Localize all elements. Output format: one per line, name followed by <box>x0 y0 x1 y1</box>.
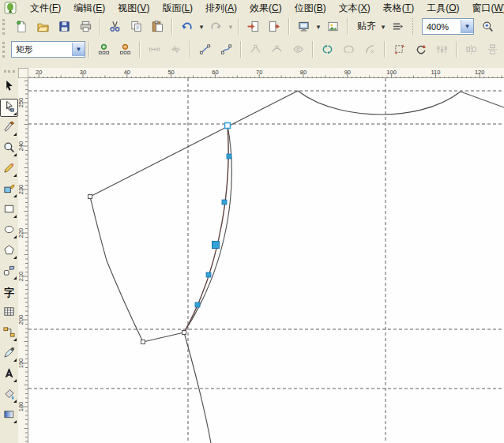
rotate-nodes-button[interactable] <box>410 39 431 60</box>
basic-shapes-tool[interactable] <box>0 263 18 281</box>
curve-node-3[interactable] <box>222 200 227 205</box>
save-button[interactable] <box>54 17 75 37</box>
zoom-combo-dropdown-icon[interactable] <box>461 20 473 33</box>
svg-text:60: 60 <box>212 69 218 76</box>
polygon-tool[interactable] <box>0 242 18 261</box>
reflect-horizontal-button[interactable] <box>461 39 482 60</box>
break-nodes-button[interactable] <box>165 39 186 60</box>
sleeve-cap-seam[interactable] <box>90 197 143 342</box>
zoom-level-combo[interactable]: 400% <box>422 18 474 35</box>
curve-node-2[interactable] <box>227 154 231 159</box>
curve-node-5[interactable] <box>206 272 211 277</box>
menu-layout[interactable]: 版面(L) <box>156 0 199 17</box>
toolbar-grip[interactable] <box>2 19 7 35</box>
preset-combo[interactable]: 矩形 <box>11 41 85 58</box>
snap-to-button[interactable]: 贴齐 <box>352 17 379 36</box>
undo-button[interactable] <box>176 17 197 37</box>
export-button[interactable] <box>264 17 285 37</box>
svg-text:200: 200 <box>18 315 24 325</box>
convert-to-line-button[interactable] <box>194 39 216 60</box>
print-button[interactable] <box>75 17 96 37</box>
import-button[interactable] <box>243 17 264 37</box>
redo-button[interactable] <box>205 17 227 37</box>
cut-button[interactable] <box>104 17 126 37</box>
snap-to-dropdown[interactable] <box>379 17 387 36</box>
zoom-in-button[interactable] <box>477 17 498 37</box>
delete-node-button[interactable] <box>115 39 136 60</box>
menu-tools[interactable]: 工具(O) <box>420 0 465 17</box>
zoom-tool[interactable] <box>0 140 18 158</box>
ellipse-tool[interactable] <box>0 222 18 240</box>
menu-edit[interactable]: 编辑(E) <box>67 0 111 17</box>
armhole-curve-original[interactable] <box>184 126 231 332</box>
connector-tool[interactable] <box>0 325 18 343</box>
menu-text[interactable]: 文本(X) <box>333 0 377 17</box>
convert-to-curve-button[interactable] <box>216 39 237 60</box>
menu-bitmaps[interactable]: 位图(B) <box>288 0 333 17</box>
undo-icon <box>181 21 193 32</box>
toolbox-grip[interactable] <box>4 70 15 75</box>
close-curve-button[interactable] <box>338 39 359 60</box>
anchor-node-1[interactable] <box>88 195 92 199</box>
freehand-tool[interactable] <box>0 160 18 178</box>
neckline-curve[interactable] <box>298 91 504 115</box>
vertical-ruler[interactable]: 250240230220210200190180170 <box>18 78 28 443</box>
toolbar-grip[interactable] <box>2 42 7 58</box>
extract-subpath-icon <box>364 43 376 55</box>
menu-view[interactable]: 视图(V) <box>111 0 156 17</box>
app-launcher-button[interactable] <box>293 17 314 37</box>
align-nodes-button[interactable] <box>431 39 453 60</box>
interactive-fill-tool[interactable] <box>0 407 18 425</box>
smooth-node-button[interactable] <box>266 39 288 60</box>
svg-text:250: 250 <box>18 98 24 108</box>
underarm-line[interactable] <box>143 332 184 342</box>
curve-node-start[interactable] <box>225 123 231 129</box>
reflect-vertical-button[interactable] <box>482 39 503 60</box>
reverse-direction-button[interactable] <box>317 39 338 60</box>
menu-effects[interactable]: 效果(C) <box>243 0 288 17</box>
undo-dropdown[interactable] <box>197 17 205 36</box>
ruler-origin-corner[interactable] <box>18 68 28 78</box>
smart-fill-tool[interactable] <box>0 181 18 199</box>
zoom-in-icon <box>482 21 494 32</box>
redo-dropdown[interactable] <box>227 17 235 36</box>
symmetrical-node-button[interactable] <box>288 39 309 60</box>
pick-tool[interactable] <box>0 78 18 96</box>
stretch-nodes-button[interactable] <box>389 39 410 60</box>
table-tool[interactable] <box>0 304 18 322</box>
app-launcher-dropdown[interactable] <box>314 17 322 36</box>
menu-arrange[interactable]: 排列(A) <box>199 0 243 17</box>
copy-icon <box>130 21 142 32</box>
add-node-button[interactable] <box>93 39 115 60</box>
text-tool[interactable]: 字 <box>0 283 18 302</box>
zoom-out-button[interactable] <box>498 17 504 37</box>
fill-tool[interactable] <box>0 386 18 404</box>
new-button[interactable] <box>11 17 32 37</box>
eyedropper-tool[interactable] <box>0 345 18 363</box>
menu-table[interactable]: 表格(T) <box>377 0 420 17</box>
welcome-screen-button[interactable] <box>322 17 344 37</box>
open-button[interactable] <box>32 17 54 37</box>
anchor-node-2[interactable] <box>141 340 145 344</box>
crop-tool[interactable] <box>0 119 18 137</box>
menu-window[interactable]: 窗口(W) <box>465 0 504 17</box>
paste-button[interactable] <box>147 17 168 37</box>
join-nodes-button[interactable] <box>144 39 165 60</box>
cusp-node-button[interactable] <box>245 39 266 60</box>
preset-combo-dropdown-icon[interactable] <box>72 43 85 56</box>
curve-node-6[interactable] <box>195 302 200 307</box>
shape-tool[interactable] <box>0 99 18 117</box>
open-icon <box>37 21 49 32</box>
extract-subpath-button[interactable] <box>359 39 381 60</box>
anchor-node-3[interactable] <box>182 331 186 335</box>
armhole-curve-edited[interactable] <box>184 126 228 332</box>
drawing-canvas[interactable] <box>28 78 504 443</box>
outline-tool[interactable] <box>0 366 18 384</box>
curve-node-selected[interactable] <box>213 242 220 249</box>
rectangle-tool[interactable] <box>0 201 18 220</box>
copy-button[interactable] <box>126 17 147 37</box>
horizontal-ruler[interactable]: 2030405060708090100110120 <box>28 68 504 78</box>
options-button[interactable] <box>387 17 408 37</box>
shoulder-line[interactable] <box>90 91 298 197</box>
menu-file[interactable]: 文件(F) <box>24 0 67 17</box>
